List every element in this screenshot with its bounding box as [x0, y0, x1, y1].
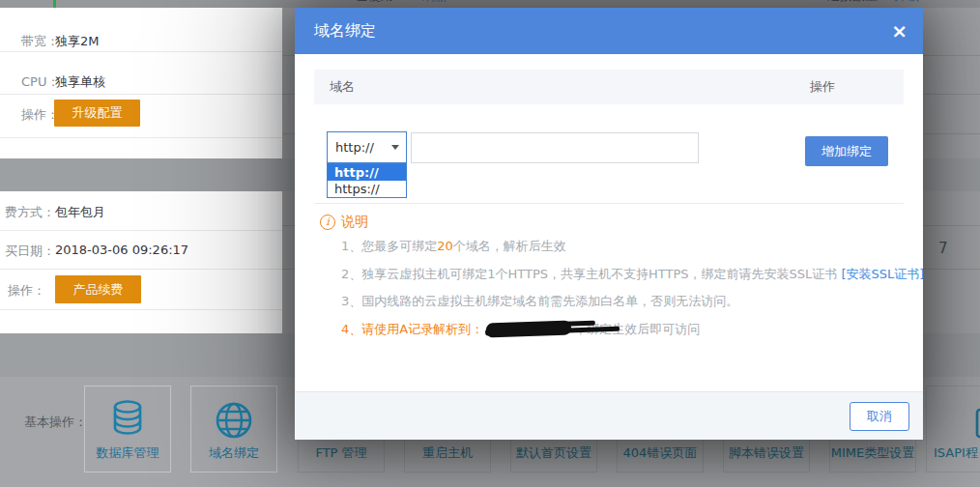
database-icon — [108, 398, 147, 441]
notes-list: 1、您最多可绑定20个域名，解析后生效 2、独享云虚拟主机可绑定1个HTTPS，… — [341, 233, 908, 343]
tile-label: 404错误页面 — [618, 444, 703, 462]
bandwidth-label: 带宽： — [21, 33, 59, 50]
billing-mode-value: 包年包月 — [55, 204, 105, 221]
action-label: 操作： — [8, 282, 45, 300]
note-item-4: 4、请使用A记录解析到：，绑定生效后即可访问 — [341, 316, 908, 344]
close-icon[interactable]: × — [891, 18, 908, 43]
modal-footer: 取消 — [295, 391, 923, 440]
column-header-domain: 域名 — [330, 70, 355, 104]
modules-icon — [975, 408, 980, 439]
modal-title: 域名绑定 — [314, 8, 376, 54]
note1-post: 个域名，解析后生效 — [453, 239, 566, 253]
note2-text: 2、独享云虚拟主机可绑定1个HTTPS，共享主机不支持HTTPS，绑定前请先安装… — [341, 267, 837, 281]
tile-label: 域名绑定 — [191, 444, 276, 462]
column-header-action: 操作 — [810, 70, 835, 104]
cpu-label: CPU： — [21, 73, 59, 91]
row-divider — [0, 269, 282, 270]
connections-text: 连接数量？ — [827, 0, 890, 3]
usage-progress-fragment — [53, 0, 56, 8]
domain-table-header: 域名 操作 — [314, 70, 904, 104]
purchase-date-value: 2018-03-06 09:26:17 — [55, 243, 188, 257]
chevron-down-icon — [391, 145, 399, 150]
redaction-scribble — [486, 320, 571, 337]
protocol-option-https[interactable]: https:// — [328, 181, 406, 197]
tile-label: 脚本错误设置 — [724, 444, 809, 462]
refresh-link[interactable]: 刷新 — [422, 0, 447, 3]
tile-isapi-settings[interactable]: ISAPI程 — [926, 386, 980, 473]
row-divider — [0, 94, 282, 95]
billing-info-card: 费方式： 包年包月 买日期： 2018-03-06 09:26:17 操作： 产… — [0, 191, 282, 333]
note-item-3: 3、国内线路的云虚拟主机绑定域名前需先添加白名单，否则无法访问。 — [341, 288, 908, 316]
row-divider — [0, 230, 282, 231]
globe-icon — [214, 400, 254, 441]
tile-label: MIME类型设置 — [830, 444, 915, 462]
domain-binding-modal: 域名绑定 × 域名 操作 http:// http:// https:// 增加… — [295, 8, 923, 440]
tile-database-management[interactable]: 数据库管理 — [84, 386, 171, 473]
note-item-1: 1、您最多可绑定20个域名，解析后生效 — [341, 233, 908, 261]
usage-text: 已使用0KB — [356, 0, 418, 3]
note1-pre: 1、您最多可绑定 — [341, 239, 437, 253]
background-top-strip: 已使用0KB 刷新 连接数量？ 升级 — [0, 0, 980, 8]
bandwidth-value: 独享2M — [55, 33, 100, 50]
purchase-date-label: 买日期： — [5, 243, 55, 260]
note3-text: 3、国内线路的云虚拟主机绑定域名前需先添加白名单，否则无法访问。 — [341, 294, 738, 308]
note4-post: ，绑定生效后即可访问 — [574, 322, 700, 336]
info-icon: i — [320, 215, 335, 230]
protocol-option-http[interactable]: http:// — [328, 164, 406, 181]
tile-domain-binding[interactable]: 域名绑定 — [190, 386, 277, 473]
upgrade-link[interactable]: 升级 — [894, 0, 919, 3]
tile-label: ISAPI程 — [934, 444, 980, 462]
tile-label: FTP 管理 — [299, 444, 384, 462]
row-divider — [0, 137, 282, 138]
protocol-dropdown-list: http:// https:// — [327, 163, 407, 198]
modal-divider — [314, 203, 904, 204]
host-console-page: 已使用0KB 刷新 连接数量？ 升级 7 带宽： 独享2M CPU： 独享单核 … — [0, 0, 980, 487]
modal-header: 域名绑定 × — [295, 8, 923, 54]
instance-config-card: 带宽： 独享2M CPU： 独享单核 操作： 升级配置 — [0, 8, 282, 160]
protocol-select[interactable]: http:// — [327, 131, 407, 163]
tile-label: 数据库管理 — [85, 444, 170, 462]
connections-fragment: 连接数量？ 升级 — [827, 0, 919, 5]
note-item-2: 2、独享云虚拟主机可绑定1个HTTPS，共享主机不支持HTTPS，绑定前请先安装… — [341, 261, 908, 289]
note1-highlight: 20 — [437, 239, 453, 253]
install-ssl-cert-link[interactable]: [安装SSL证书] — [841, 267, 924, 281]
cancel-button[interactable]: 取消 — [850, 402, 909, 431]
dimmed-date-fragment: 7 — [938, 240, 948, 257]
notes-title: 说明 — [341, 214, 368, 231]
protocol-selected-value: http:// — [335, 132, 374, 162]
billing-mode-label: 费方式： — [5, 204, 55, 221]
note4-orange-text: 4、请使用A记录解析到： — [341, 322, 483, 336]
row-divider — [0, 309, 282, 310]
add-binding-button[interactable]: 增加绑定 — [805, 136, 888, 166]
tile-label: 重启主机 — [405, 444, 490, 462]
row-divider — [0, 51, 282, 52]
upgrade-config-button[interactable]: 升级配置 — [54, 100, 140, 127]
tile-label: 默认首页设置 — [511, 444, 596, 462]
renew-product-button[interactable]: 产品续费 — [55, 275, 141, 303]
domain-input[interactable] — [411, 132, 699, 163]
cpu-value: 独享单核 — [55, 73, 105, 91]
usage-fragment: 已使用0KB 刷新 — [356, 0, 447, 5]
basic-operations-label: 基本操作： — [24, 414, 87, 431]
